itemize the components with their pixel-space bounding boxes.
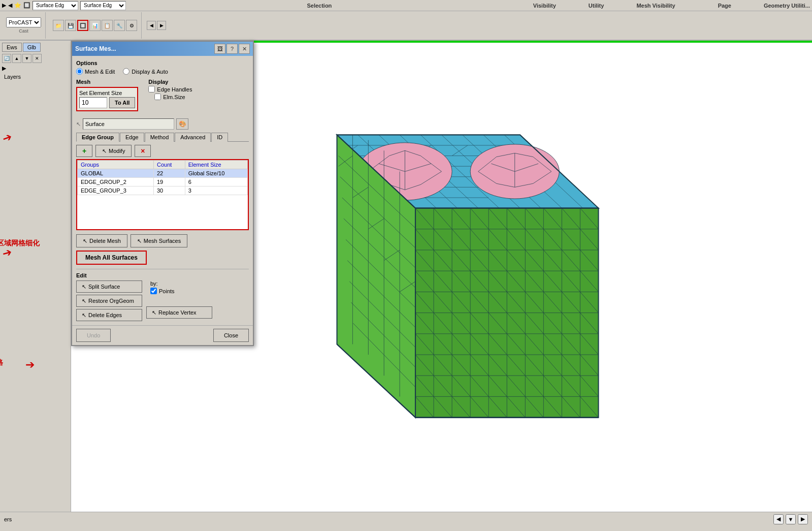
mesh-visibility-section-label: Mesh Visibility <box>636 3 675 9</box>
set-element-label: Set Element Size <box>79 90 135 96</box>
panel-icon-4[interactable]: ✕ <box>33 54 42 63</box>
geo-utility-section-label: Geometry Utiliti... <box>764 3 810 9</box>
procast-dropdown[interactable]: ProCAST <box>6 17 41 27</box>
points-label: Points <box>159 288 175 294</box>
surface-color-btn[interactable]: 🎨 <box>176 118 188 130</box>
row1-count: 22 <box>153 169 185 178</box>
toolbar-btn-3[interactable]: 🔲 <box>77 20 88 31</box>
toolbar-btn-1[interactable]: 📁 <box>53 20 64 31</box>
nav-down[interactable]: ▼ <box>786 514 796 524</box>
cursor-icon-split: ↖ <box>82 284 86 290</box>
expand-arrow[interactable]: ▶ <box>2 65 6 72</box>
surface-edge-combo2[interactable]: Surface Edg <box>80 1 126 10</box>
toolbar-btn-2[interactable]: 💾 <box>65 20 76 31</box>
bottom-actions: ↖ Delete Mesh ↖ Mesh Surfaces <box>76 234 249 247</box>
status-bar: ers ◀ ▼ ▶ <box>0 512 812 526</box>
tab-method[interactable]: Method <box>145 133 175 142</box>
delete-edges-button[interactable]: ↖ Delete Edges <box>76 309 142 321</box>
delete-mesh-button[interactable]: ↖ Delete Mesh <box>76 234 127 247</box>
mesh-surfaces-button[interactable]: ↖ Mesh Surfaces <box>131 234 187 247</box>
replace-vertex-container: ↖ Replace Vertex <box>146 306 212 319</box>
dialog-footer: Undo Close <box>72 325 253 345</box>
edge-handles-row: Edge Handles <box>148 86 192 92</box>
points-checkbox[interactable] <box>150 288 157 294</box>
panel-icon-3[interactable]: ▼ <box>22 54 31 63</box>
surface-input[interactable]: Surface <box>83 118 174 130</box>
table-row[interactable]: EDGE_GROUP_3 30 3 <box>78 186 248 195</box>
groups-table: Groups Count Element Size GLOBAL 22 Glob… <box>77 160 248 195</box>
table-header-row: Groups Count Element Size <box>78 161 248 169</box>
panel-icon-2[interactable]: ▲ <box>12 54 21 63</box>
toolbar-btn-5[interactable]: 📋 <box>102 20 113 31</box>
dialog-image-btn[interactable]: 🖼 <box>214 44 225 54</box>
row3-size: 3 <box>185 186 247 195</box>
delete-x-button[interactable]: × <box>135 145 151 157</box>
tab-advanced[interactable]: Advanced <box>175 133 211 142</box>
add-group-button[interactable]: + <box>76 145 92 157</box>
replace-vertex-button[interactable]: ↖ Replace Vertex <box>146 306 212 319</box>
elm-size-checkbox[interactable] <box>154 93 161 100</box>
small-btn-1[interactable]: ◀ <box>147 21 156 30</box>
row1-size: Global Size/10 <box>185 169 247 178</box>
surface-edge-combo1[interactable]: Surface Edg <box>33 1 78 10</box>
cursor-icon-modify: ↖ <box>102 148 107 154</box>
panel-expand-row: ▶ <box>2 65 69 72</box>
row2-group: EDGE_GROUP_2 <box>78 178 154 186</box>
dialog-body: Options Mesh & Edit Display & Auto Mesh … <box>72 56 253 325</box>
toolbar-btn-6[interactable]: 🔧 <box>114 20 125 31</box>
toolbar-btn-7[interactable]: ⚙ <box>126 20 137 31</box>
radio-mesh-edit[interactable]: Mesh & Edit <box>76 68 115 75</box>
mesh-display-row: Mesh Set Element Size 10 To AlI Display <box>76 79 249 115</box>
glb-tab[interactable]: Glb <box>23 43 41 52</box>
row1-group: GLOBAL <box>78 169 154 178</box>
set-element-controls: 10 To AlI <box>79 97 135 108</box>
mesh-section: Mesh Set Element Size 10 To AlI <box>76 79 138 111</box>
arrow-3: ➔ <box>25 358 35 371</box>
toolbar-small-icons: ◀ ▶ <box>147 21 166 30</box>
radio-display-auto[interactable]: Display & Auto <box>123 68 168 75</box>
undo-button[interactable]: Undo <box>76 329 111 342</box>
radio-mesh-edit-label: Mesh & Edit <box>85 69 115 75</box>
radio-display-auto-input[interactable] <box>123 68 129 75</box>
radio-mesh-edit-input[interactable] <box>76 68 83 75</box>
to-all-button[interactable]: To AlI <box>109 97 135 108</box>
top-bar-icon3: ⭐ <box>14 2 21 9</box>
replace-vertex-label: Replace Vertex <box>158 309 197 316</box>
tab-edge-group[interactable]: Edge Group <box>76 133 119 142</box>
mesh-all-surfaces-button[interactable]: Mesh All Surfaces <box>76 251 147 265</box>
row3-count: 30 <box>153 186 185 195</box>
col-element-size: Element Size <box>185 161 247 169</box>
nav-left[interactable]: ◀ <box>773 514 784 524</box>
ews-tab[interactable]: Ews <box>2 43 22 52</box>
close-button[interactable]: Close <box>213 329 249 342</box>
toolbar-btn-4[interactable]: 📊 <box>89 20 101 31</box>
nav-right[interactable]: ▶ <box>798 514 808 524</box>
dialog-close-btn[interactable]: ✕ <box>239 44 250 54</box>
table-row[interactable]: GLOBAL 22 Global Size/10 <box>78 169 248 178</box>
modify-button[interactable]: ↖ Modify <box>95 145 132 157</box>
element-size-input[interactable]: 10 <box>79 97 107 108</box>
dialog-help-btn[interactable]: ? <box>226 44 238 54</box>
surface-row: ↖ Surface 🎨 <box>76 118 249 130</box>
annotation-mesh-action: 划分网格 <box>0 358 3 367</box>
tab-id[interactable]: ID <box>211 133 228 142</box>
edge-handles-checkbox[interactable] <box>148 86 155 92</box>
page-section-label: Page <box>718 3 731 9</box>
top-bar-icon4: 🔲 <box>23 2 30 9</box>
table-row[interactable]: EDGE_GROUP_2 19 6 <box>78 178 248 186</box>
panel-icon-1[interactable]: 🔄 <box>2 54 11 63</box>
options-row: Mesh & Edit Display & Auto <box>76 68 249 75</box>
by-section: by: Points <box>150 280 212 294</box>
split-surface-button[interactable]: ↖ Split Surface <box>76 280 142 293</box>
tab-edge[interactable]: Edge <box>120 133 144 142</box>
cursor-icon-delete: ↖ <box>83 238 87 244</box>
layers-item[interactable]: Layers <box>2 73 69 81</box>
elm-size-label: Elm.Size <box>163 94 185 100</box>
small-btn-2[interactable]: ▶ <box>157 21 166 30</box>
restore-org-button[interactable]: ↖ Restore OrgGeom <box>76 295 142 307</box>
edit-buttons-left: ↖ Split Surface ↖ Restore OrgGeom ↖ Dele… <box>76 280 142 321</box>
mesh-label: Mesh <box>76 79 138 85</box>
utility-section-label: Utility <box>589 3 604 9</box>
col-count: Count <box>153 161 185 169</box>
left-panel-tabs: Ews Glb <box>2 43 69 52</box>
